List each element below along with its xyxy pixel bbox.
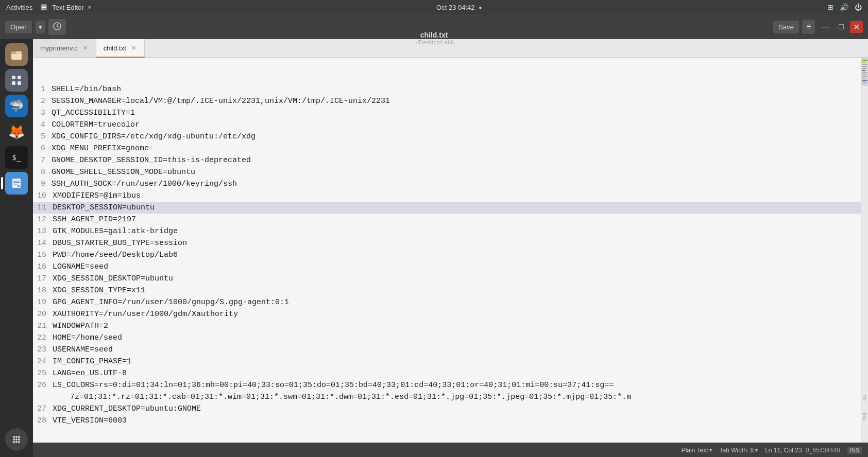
line-text: LS_COLORS=rs=0:di=01;34:ln=01;36:mh=00:p…: [53, 379, 857, 391]
line-text: DESKTOP_SESSION=ubuntu: [53, 202, 857, 214]
line-number: 26: [37, 379, 53, 391]
open-dropdown-button[interactable]: ▾: [35, 21, 45, 33]
tab-bar: myprintenv.c ✕ child.txt ✕: [33, 39, 868, 58]
save-recent-icon: [53, 22, 62, 31]
topbar-left: Activities Text Editor ▾: [6, 3, 91, 11]
text-line: 23USERNAME=seed: [33, 344, 861, 356]
text-line: 24IM_CONFIG_PHASE=1: [33, 356, 861, 367]
open-button[interactable]: Open: [5, 21, 32, 33]
svg-point-20: [18, 436, 20, 438]
text-line: 13GTK_MODULES=gail:atk-bridge: [33, 225, 861, 237]
tab-childtxt-close[interactable]: ✕: [130, 44, 137, 52]
app-menu-chevron[interactable]: ▾: [88, 4, 91, 11]
text-line: 5XDG_CONFIG_DIRS=/etc/xdg/xdg-ubuntu:/et…: [33, 131, 861, 143]
topbar: Activities Text Editor ▾ Oct 23 04:42 ● …: [0, 0, 868, 14]
line-text: LANG=en_US.UTF-8: [53, 367, 857, 379]
line-number: 18: [37, 285, 53, 296]
terminal-icon[interactable]: $_: [5, 146, 28, 169]
svg-rect-13: [13, 181, 20, 182]
hamburger-icon: ≡: [806, 22, 811, 31]
tab-width-button[interactable]: Tab Width: 8 ▾: [719, 447, 758, 454]
text-line: 7GNOME_DESKTOP_SESSION_ID=this-is-deprec…: [33, 154, 861, 166]
text-editor-dock-icon[interactable]: [5, 172, 28, 195]
text-line: 3QT_ACCESSIBILITY=1: [33, 107, 861, 119]
recording-dot: ●: [479, 5, 482, 10]
line-text: 7z=01;31:*.rz=01;31:*.cab=01;31:*.wim=01…: [52, 391, 857, 403]
open-label: Open: [10, 23, 27, 31]
activities-label[interactable]: Activities: [6, 4, 32, 11]
svg-point-25: [15, 441, 18, 443]
maximize-button[interactable]: □: [836, 21, 847, 32]
text-line: 21WINDOWPATH=2: [33, 320, 861, 332]
file-type-chevron: ▾: [709, 447, 712, 453]
line-text: XDG_CURRENT_DESKTOP=ubuntu:GNOME: [53, 403, 857, 415]
line-number: 23: [37, 344, 53, 356]
files-icon[interactable]: [5, 43, 28, 66]
svg-rect-1: [42, 6, 46, 7]
text-line: 16LOGNAME=seed: [33, 261, 861, 273]
minimize-button[interactable]: —: [818, 21, 832, 32]
text-line: 8GNOME_SHELL_SESSION_MODE=ubuntu: [33, 166, 861, 178]
extra-info: 0_65434448: [806, 447, 840, 454]
svg-rect-14: [13, 182, 20, 183]
line-number: 5: [37, 131, 52, 143]
line-text: VTE_VERSION=6003: [53, 415, 857, 427]
text-line: 25LANG=en_US.UTF-8: [33, 367, 861, 379]
tab-width-chevron: ▾: [755, 447, 758, 453]
line-text: HOME=/home/seed: [53, 332, 857, 344]
hamburger-menu-button[interactable]: ≡: [802, 20, 815, 34]
line-number: 22: [37, 332, 53, 344]
line-number: 2: [37, 95, 52, 107]
apps-icon[interactable]: [5, 69, 28, 92]
grid-apps-icon[interactable]: [5, 428, 28, 451]
editor-container: myprintenv.c ✕ child.txt ✕ 1SHELL=/bin/b…: [33, 39, 868, 457]
line-number: 25: [37, 367, 53, 379]
svg-point-18: [13, 436, 15, 438]
svg-point-19: [15, 436, 18, 438]
line-number: 4: [37, 119, 52, 131]
line-text: PWD=/home/seed/Desktop/Lab6: [53, 249, 857, 261]
line-text: SESSION_MANAGER=local/VM:@/tmp/.ICE-unix…: [52, 95, 857, 107]
line-text: IM_CONFIG_PHASE=1: [53, 356, 857, 367]
line-text: GTK_MODULES=gail:atk-bridge: [53, 225, 857, 237]
text-line: 10XMODIFIERS=@im=ibus: [33, 190, 861, 202]
shark-icon[interactable]: 🦈: [5, 95, 28, 117]
svg-point-24: [13, 441, 15, 443]
text-line: 6XDG_MENU_PREFIX=gnome-: [33, 143, 861, 154]
line-text: XDG_CONFIG_DIRS=/etc/xdg/xdg-ubuntu:/etc…: [52, 131, 857, 143]
save-button[interactable]: Save: [773, 21, 799, 33]
dock: 🦈 🦊 $_: [0, 39, 33, 457]
text-line: 2SESSION_MANAGER=local/VM:@/tmp/.ICE-uni…: [33, 95, 861, 107]
line-number: 7: [37, 154, 52, 166]
tab-myprintenv-close[interactable]: ✕: [82, 44, 89, 52]
text-line: 19GPG_AGENT_INFO=/run/user/1000/gnupg/S.…: [33, 296, 861, 308]
ins-label: INS: [847, 447, 862, 454]
text-line: 15PWD=/home/seed/Desktop/Lab6: [33, 249, 861, 261]
line-number: 17: [37, 273, 53, 285]
statusbar: Plain Text ▾ Tab Width: 8 ▾ Ln 11, Col 2…: [33, 443, 868, 457]
line-number: 14: [37, 237, 53, 249]
text-line: 27XDG_CURRENT_DESKTOP=ubuntu:GNOME: [33, 403, 861, 415]
topbar-right: ⊞ 🔊 ⏻: [827, 3, 862, 11]
line-text: LOGNAME=seed: [53, 261, 857, 273]
text-line: 11DESKTOP_SESSION=ubuntu: [33, 202, 861, 214]
power-icon: ⏻: [855, 3, 862, 11]
close-button[interactable]: ✕: [850, 21, 863, 33]
svg-point-21: [13, 438, 15, 441]
line-text: COLORTERM=truecolor: [52, 119, 857, 131]
file-type-button[interactable]: Plain Text ▾: [682, 447, 712, 454]
save-recent-button[interactable]: [48, 19, 66, 35]
app-name-label: Text Editor: [52, 4, 83, 11]
main-area: 🦈 🦊 $_: [0, 39, 868, 457]
cursor-position: Ln 11, Col 23: [765, 447, 802, 454]
tab-childtxt[interactable]: child.txt ✕: [96, 39, 145, 58]
svg-rect-2: [42, 7, 46, 8]
firefox-icon[interactable]: 🦊: [5, 120, 28, 143]
topbar-center: Oct 23 04:42 ●: [436, 4, 482, 11]
text-area[interactable]: 1SHELL=/bin/bash2SESSION_MANAGER=local/V…: [33, 58, 861, 443]
tab-myprintenv[interactable]: myprintenv.c ✕: [33, 39, 96, 57]
network-icon: ⊞: [827, 3, 833, 11]
text-line: 18XDG_SESSION_TYPE=x11: [33, 285, 861, 296]
text-line: 4COLORTERM=truecolor: [33, 119, 861, 131]
tab-childtxt-label: child.txt: [104, 44, 126, 52]
